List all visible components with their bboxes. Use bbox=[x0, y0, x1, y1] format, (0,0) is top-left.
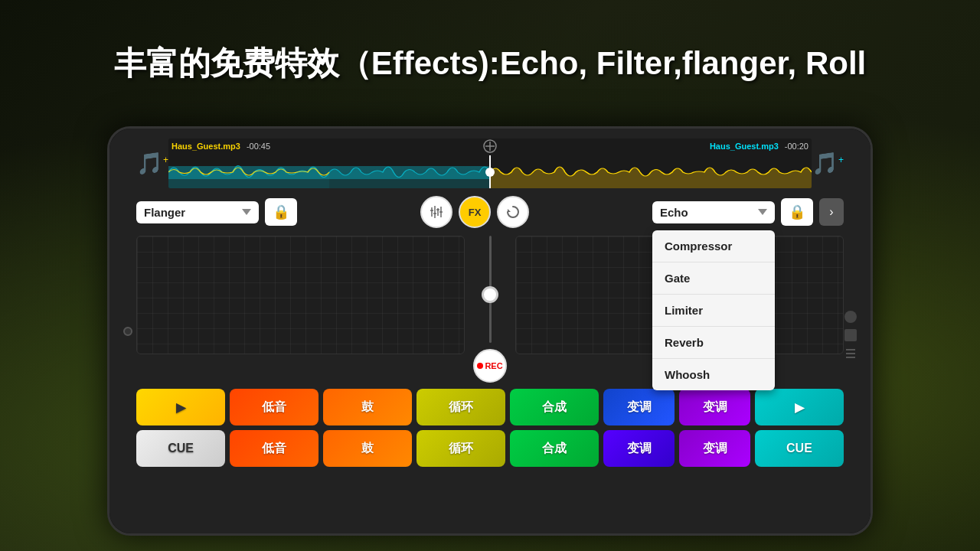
effects-dropdown: Compressor Gate Limiter Reverb Whoosh bbox=[652, 230, 775, 390]
waveform-right bbox=[490, 155, 812, 188]
button-rows: ▶ 低音 鼓 循环 合成 变调 变调 ▶ CUE 低音 鼓 循环 合成 变调 bbox=[136, 389, 844, 467]
waveform-container[interactable]: Haus_Guest.mp3 -00:45 Haus_Guest.mp3 bbox=[168, 139, 812, 188]
rec-label: REC bbox=[485, 361, 502, 370]
bass-btn-left-2[interactable]: 低音 bbox=[230, 430, 318, 467]
fx-button[interactable]: FX bbox=[459, 196, 491, 228]
dropdown-item-limiter[interactable]: Limiter bbox=[652, 295, 775, 327]
app-content: 🎵+ Haus_Guest.mp3 -00:45 bbox=[136, 136, 844, 526]
track-left-info: Haus_Guest.mp3 -00:45 bbox=[172, 139, 270, 154]
lock-icon-left: 🔒 bbox=[273, 204, 289, 220]
drum-btn-left[interactable]: 鼓 bbox=[323, 389, 412, 425]
cue-btn-left[interactable]: CUE bbox=[136, 430, 225, 467]
page-title: 丰富的免费特效（Effects):Echo, Filter,flanger, R… bbox=[61, 42, 919, 85]
sync-icon bbox=[482, 139, 498, 154]
reset-icon bbox=[506, 205, 520, 219]
dropdown-item-reverb[interactable]: Reverb bbox=[652, 327, 775, 359]
track-left-time: -00:45 bbox=[247, 142, 270, 151]
controls-row: Flanger 🔒 bbox=[136, 196, 844, 228]
track-left-name: Haus_Guest.mp3 bbox=[172, 142, 240, 151]
effect-select-right-container: Echo Compressor Gate Limiter Reverb Whoo… bbox=[652, 201, 775, 223]
dropdown-item-gate[interactable]: Gate bbox=[652, 262, 775, 295]
key-btn-right[interactable]: 变调 bbox=[679, 389, 750, 425]
eq-button[interactable] bbox=[420, 196, 452, 228]
track-right-time: -00:20 bbox=[785, 142, 808, 151]
loop-btn-left-2[interactable]: 循环 bbox=[416, 430, 505, 467]
effect-left-arrow bbox=[242, 209, 251, 215]
effect-left-label: Flanger bbox=[144, 206, 237, 219]
synth-btn-left[interactable]: 合成 bbox=[510, 389, 599, 425]
waveform-area: 🎵+ Haus_Guest.mp3 -00:45 bbox=[136, 136, 844, 190]
track-info: Haus_Guest.mp3 -00:45 Haus_Guest.mp3 bbox=[168, 139, 812, 154]
right-side-icons bbox=[844, 311, 857, 360]
key-btn-left-2[interactable]: 变调 bbox=[603, 430, 675, 467]
center-fader: REC bbox=[471, 236, 509, 383]
home-button[interactable] bbox=[844, 311, 857, 323]
lock-btn-right[interactable]: 🔒 bbox=[781, 198, 813, 226]
loop-btn-left[interactable]: 循环 bbox=[416, 389, 505, 425]
key-btn-left[interactable]: 变调 bbox=[603, 389, 675, 425]
svg-marker-11 bbox=[508, 209, 511, 212]
cue-btn-right[interactable]: CUE bbox=[755, 430, 844, 467]
play-btn-left[interactable]: ▶ bbox=[136, 389, 225, 425]
waveform-dual bbox=[168, 155, 812, 188]
effect-select-left[interactable]: Flanger bbox=[136, 201, 259, 223]
synth-btn-left-2[interactable]: 合成 bbox=[510, 430, 599, 467]
dropdown-item-whoosh[interactable]: Whoosh bbox=[652, 359, 775, 390]
reset-button[interactable] bbox=[497, 196, 529, 228]
btn-row-2: CUE 低音 鼓 循环 合成 变调 变调 CUE bbox=[136, 430, 844, 467]
track-right-name: Haus_Guest.mp3 bbox=[710, 142, 779, 151]
music-note-left: 🎵+ bbox=[136, 151, 168, 176]
effect-right-arrow bbox=[758, 209, 767, 215]
fader-track[interactable] bbox=[489, 236, 492, 343]
lock-btn-left[interactable]: 🔒 bbox=[265, 198, 297, 226]
key-btn-right-2[interactable]: 变调 bbox=[679, 430, 750, 467]
device-frame: 🎵+ Haus_Guest.mp3 -00:45 bbox=[107, 126, 873, 536]
music-note-right: 🎵+ bbox=[812, 151, 844, 176]
chevron-right-button[interactable]: › bbox=[819, 198, 844, 226]
lock-icon-right: 🔒 bbox=[789, 204, 805, 220]
drum-btn-left-2[interactable]: 鼓 bbox=[323, 430, 412, 467]
waveform-left bbox=[168, 155, 490, 188]
fx-label: FX bbox=[469, 207, 482, 218]
play-btn-right[interactable]: ▶ bbox=[755, 389, 844, 425]
rec-dot bbox=[477, 363, 483, 369]
btn-row-1: ▶ 低音 鼓 循环 合成 变调 变调 ▶ bbox=[136, 389, 844, 425]
bass-btn-left[interactable]: 低音 bbox=[230, 389, 318, 425]
track-right-info: Haus_Guest.mp3 -00:20 bbox=[710, 139, 808, 154]
effect-right-label: Echo bbox=[660, 206, 753, 219]
effect-select-right[interactable]: Echo bbox=[652, 201, 775, 223]
menu-lines bbox=[844, 347, 857, 360]
device-inner: 🎵+ Haus_Guest.mp3 -00:45 bbox=[109, 129, 871, 533]
dropdown-item-compressor[interactable]: Compressor bbox=[652, 230, 775, 262]
volume-button[interactable] bbox=[107, 316, 109, 347]
eq-icon bbox=[429, 204, 444, 220]
power-button[interactable] bbox=[871, 291, 873, 337]
rec-button[interactable]: REC bbox=[473, 349, 507, 383]
back-button[interactable] bbox=[844, 329, 857, 341]
camera-icon bbox=[123, 327, 132, 336]
scratch-grid-left bbox=[137, 236, 464, 354]
fader-knob[interactable] bbox=[482, 286, 498, 303]
scratch-pad-left[interactable] bbox=[136, 236, 465, 354]
